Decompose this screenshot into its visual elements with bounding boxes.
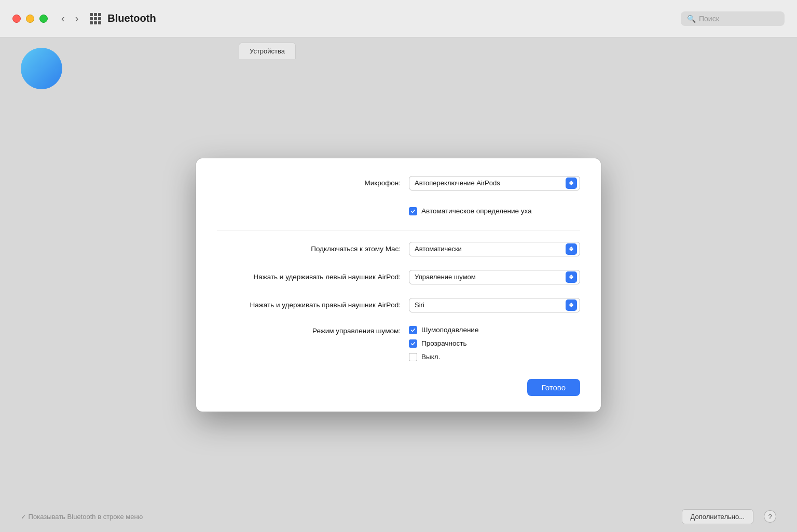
connect-label: Подключаться к этому Mac:: [217, 245, 409, 253]
modal-overlay: Микрофон: Автопереключение AirPods: [0, 37, 797, 532]
search-icon: 🔍: [687, 15, 696, 23]
checkmark-icon: [410, 341, 416, 346]
divider-1: [217, 230, 580, 230]
microphone-select[interactable]: Автопереключение AirPods: [409, 176, 580, 190]
left-airpod-select[interactable]: Управление шумом: [409, 270, 580, 284]
traffic-lights: [12, 15, 48, 23]
connect-control: Автоматически: [409, 242, 580, 256]
right-airpod-control: Siri: [409, 298, 580, 312]
noise-checkboxes: Шумоподавление Прозрачность: [409, 326, 478, 361]
right-airpod-select-wrapper: Siri: [409, 298, 580, 312]
auto-ear-checkbox[interactable]: [409, 207, 417, 215]
connect-select[interactable]: Автоматически: [409, 242, 580, 256]
grid-icon[interactable]: [90, 13, 101, 24]
grid-dot: [98, 21, 101, 24]
grid-dot: [98, 17, 101, 20]
transparency-label: Прозрачность: [421, 339, 466, 347]
button-row: Готово: [217, 371, 580, 396]
done-button[interactable]: Готово: [527, 379, 580, 396]
grid-dot: [94, 17, 97, 20]
grid-dot: [94, 21, 97, 24]
page-title: Bluetooth: [107, 12, 681, 24]
grid-dot: [94, 13, 97, 16]
transparency-row: Прозрачность: [409, 339, 478, 348]
noise-control-label: Режим управления шумом:: [217, 326, 409, 335]
search-placeholder: Поиск: [699, 15, 719, 23]
nav-buttons: ‹ ›: [58, 10, 81, 26]
airpods-settings-modal: Микрофон: Автопереключение AirPods: [196, 158, 601, 412]
grid-dot: [90, 21, 93, 24]
noise-reduction-label: Шумоподавление: [421, 326, 478, 334]
microphone-row: Микрофон: Автопереключение AirPods: [217, 174, 580, 193]
microphone-select-wrapper: Автопереключение AirPods: [409, 176, 580, 190]
connect-select-wrapper: Автоматически: [409, 242, 580, 256]
connect-row: Подключаться к этому Mac: Автоматически: [217, 240, 580, 258]
auto-ear-row: Автоматическое определение уха: [217, 202, 580, 221]
noise-reduction-row: Шумоподавление: [409, 326, 478, 334]
noise-reduction-checkbox[interactable]: [409, 326, 417, 334]
forward-button[interactable]: ›: [72, 10, 82, 26]
grid-dot: [90, 13, 93, 16]
checkmark-icon: [410, 209, 416, 214]
minimize-button[interactable]: [26, 15, 34, 23]
left-airpod-label: Нажать и удерживать левый наушник AirPod…: [217, 273, 409, 281]
auto-ear-checkbox-label: Автоматическое определение уха: [421, 207, 532, 215]
right-airpod-label: Нажать и удерживать правый наушник AirPo…: [217, 301, 409, 309]
back-button[interactable]: ‹: [58, 10, 68, 26]
main-content: Устройства ✓ Показывать Bluetooth в стро…: [0, 37, 797, 532]
maximize-button[interactable]: [39, 15, 48, 23]
grid-dot: [90, 17, 93, 20]
auto-ear-control: Автоматическое определение уха: [409, 207, 580, 215]
right-airpod-select[interactable]: Siri: [409, 298, 580, 312]
auto-ear-checkbox-row: Автоматическое определение уха: [409, 207, 532, 215]
title-bar: ‹ › Bluetooth 🔍 Поиск: [0, 0, 797, 37]
noise-control-row: Режим управления шумом: Шумоподавление: [217, 324, 580, 361]
left-airpod-control: Управление шумом: [409, 270, 580, 284]
search-bar[interactable]: 🔍 Поиск: [681, 11, 785, 26]
transparency-checkbox[interactable]: [409, 339, 417, 348]
off-checkbox[interactable]: [409, 353, 417, 361]
left-airpod-select-wrapper: Управление шумом: [409, 270, 580, 284]
microphone-label: Микрофон:: [217, 179, 409, 187]
microphone-control: Автопереключение AirPods: [409, 176, 580, 190]
grid-dot: [98, 13, 101, 16]
close-button[interactable]: [12, 15, 21, 23]
checkmark-icon: [410, 328, 416, 333]
left-airpod-row: Нажать и удерживать левый наушник AirPod…: [217, 268, 580, 287]
off-row: Выкл.: [409, 353, 478, 361]
right-airpod-row: Нажать и удерживать правый наушник AirPo…: [217, 296, 580, 315]
noise-control-group: Шумоподавление Прозрачность: [409, 326, 580, 361]
off-label: Выкл.: [421, 353, 440, 361]
